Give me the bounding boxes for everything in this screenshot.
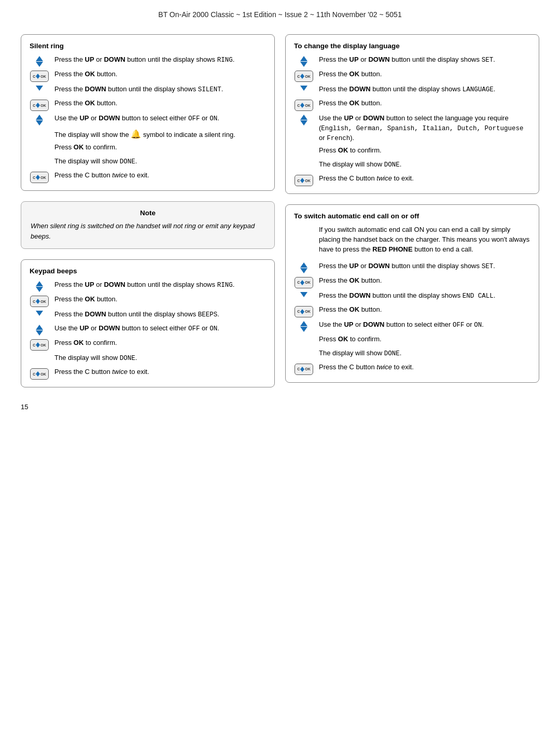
aec-step-4: C OK Press the OK button.	[294, 305, 530, 317]
ok-icon-dl2: C OK	[294, 99, 314, 111]
sr-step-1: Press the UP or DOWN button until the di…	[30, 55, 266, 67]
aec-step-6: Press OK to confirm.	[294, 335, 530, 346]
kb-step-2: C OK Press the OK button.	[30, 295, 266, 307]
aec-text-8: Press the C button twice to exit.	[319, 363, 530, 372]
kb-text-1: Press the UP or DOWN button until the di…	[54, 280, 266, 290]
aec-text-intro: If you switch automatic end call ON you …	[319, 225, 530, 255]
note-body: When silent ring is switched on the hand…	[31, 221, 265, 241]
ok-icon-1: C OK	[30, 69, 49, 82]
sr-step-7: Press OK to confirm.	[30, 143, 266, 154]
down-icon-1	[30, 85, 49, 91]
display-language-title: To change the display language	[294, 42, 530, 50]
keypad-beeps-instructions: Press the UP or DOWN button until the di…	[30, 280, 266, 380]
aec-intro: If you switch automatic end call ON you …	[294, 225, 530, 259]
keypad-beeps-title: Keypad beeps	[30, 267, 266, 275]
kb-step-6: The display will show DONE.	[30, 353, 266, 365]
aec-text-5: Use the UP or DOWN button to select eith…	[319, 320, 530, 330]
dl-text-7: The display will show DONE.	[319, 160, 530, 170]
kb-text-7: Press the C button twice to exit.	[54, 367, 266, 377]
ok-icon-3: C OK	[30, 171, 49, 183]
ok-icon-kb3: C OK	[30, 367, 49, 380]
sr-step-2: C OK Press the OK button.	[30, 69, 266, 82]
auto-end-call-instructions: If you switch automatic end call ON you …	[294, 225, 530, 375]
kb-step-1: Press the UP or DOWN button until the di…	[30, 280, 266, 292]
updown-icon-dl1	[294, 55, 314, 67]
sr-text-3: Press the DOWN button until the display …	[54, 85, 266, 94]
updown-icon-aec1	[294, 261, 314, 273]
dl-text-8: Press the C button twice to exit.	[319, 174, 530, 184]
aec-step-2: C OK Press the OK button.	[294, 276, 530, 288]
sr-step-5: Use the UP or DOWN button to select eith…	[30, 114, 266, 126]
dl-step-5: Use the UP or DOWN button to select the …	[294, 114, 530, 143]
updown-icon-aec2	[294, 320, 314, 332]
ok-icon-dl1: C OK	[294, 69, 314, 82]
auto-end-call-box: To switch automatic end call on or off I…	[285, 204, 539, 383]
kb-text-6: The display will show DONE.	[54, 353, 266, 363]
dl-step-6: Press OK to confirm.	[294, 146, 530, 157]
dl-step-1: Press the UP or DOWN button until the di…	[294, 55, 530, 67]
kb-text-4: Use the UP or DOWN button to select eith…	[54, 324, 266, 333]
main-content: Silent ring Press the UP or DOWN button …	[21, 34, 539, 387]
kb-step-3: Press the DOWN button until the display …	[30, 310, 266, 321]
aec-text-1: Press the UP or DOWN button until the di…	[319, 261, 530, 271]
aec-step-3: Press the DOWN button until the display …	[294, 291, 530, 302]
note-box: Note When silent ring is switched on the…	[21, 201, 275, 249]
silent-ring-title: Silent ring	[30, 42, 266, 50]
ok-icon-aec3: C OK	[294, 363, 314, 375]
aec-step-1: Press the UP or DOWN button until the di…	[294, 261, 530, 273]
right-column: To change the display language Press the…	[285, 34, 539, 387]
sr-text-1: Press the UP or DOWN button until the di…	[54, 55, 266, 65]
ok-icon-kb1: C OK	[30, 295, 49, 307]
sr-text-2: Press the OK button.	[54, 69, 266, 79]
down-icon-kb1	[30, 310, 49, 316]
sr-text-6: The display will show the 🔔 symbol to in…	[54, 128, 266, 140]
sr-step-6: The display will show the 🔔 symbol to in…	[30, 128, 266, 140]
dl-step-7: The display will show DONE.	[294, 160, 530, 171]
aec-step-5: Use the UP or DOWN button to select eith…	[294, 320, 530, 332]
kb-step-7: C OK Press the C button twice to exit.	[30, 367, 266, 380]
keypad-beeps-box: Keypad beeps Press the UP or DOWN button…	[21, 259, 275, 387]
dl-text-2: Press the OK button.	[319, 69, 530, 79]
auto-end-call-title: To switch automatic end call on or off	[294, 212, 530, 220]
sr-text-7: Press OK to confirm.	[54, 143, 266, 152]
dl-step-3: Press the DOWN button until the display …	[294, 85, 530, 96]
sr-step-8: The display will show DONE.	[30, 157, 266, 168]
aec-text-2: Press the OK button.	[319, 276, 530, 286]
dl-text-3: Press the DOWN button until the display …	[319, 85, 530, 94]
ok-icon-aec2: C OK	[294, 305, 314, 317]
dl-text-1: Press the UP or DOWN button until the di…	[319, 55, 530, 65]
kb-text-5: Press OK to confirm.	[54, 338, 266, 348]
display-language-box: To change the display language Press the…	[285, 34, 539, 194]
sr-text-9: Press the C button twice to exit.	[54, 171, 266, 180]
kb-step-4: Use the UP or DOWN button to select eith…	[30, 324, 266, 336]
ok-icon-dl3: C OK	[294, 174, 314, 186]
down-icon-dl1	[294, 85, 314, 91]
sr-text-5: Use the UP or DOWN button to select eith…	[54, 114, 266, 123]
updown-icon-2	[30, 114, 49, 126]
page-number: 15	[21, 403, 539, 411]
sr-text-8: The display will show DONE.	[54, 157, 266, 166]
silent-ring-instructions: Press the UP or DOWN button until the di…	[30, 55, 266, 183]
page-header: BT On-Air 2000 Classic ~ 1st Edition ~ I…	[21, 10, 539, 19]
sr-step-9: C OK Press the C button twice to exit.	[30, 171, 266, 183]
silent-ring-box: Silent ring Press the UP or DOWN button …	[21, 34, 275, 191]
kb-text-2: Press the OK button.	[54, 295, 266, 304]
dl-text-6: Press OK to confirm.	[319, 146, 530, 156]
dl-text-5: Use the UP or DOWN button to select the …	[319, 114, 530, 143]
aec-text-7: The display will show DONE.	[319, 349, 530, 358]
dl-step-2: C OK Press the OK button.	[294, 69, 530, 82]
ok-icon-kb2: C OK	[30, 338, 49, 351]
aec-text-6: Press OK to confirm.	[319, 335, 530, 344]
down-icon-aec1	[294, 291, 314, 297]
updown-icon-1	[30, 55, 49, 67]
dl-step-8: C OK Press the C button twice to exit.	[294, 174, 530, 186]
aec-text-4: Press the OK button.	[319, 305, 530, 315]
aec-step-7: The display will show DONE.	[294, 349, 530, 360]
updown-icon-kb1	[30, 280, 49, 292]
dl-text-4: Press the OK button.	[319, 99, 530, 108]
sr-step-4: C OK Press the OK button.	[30, 99, 266, 111]
updown-icon-dl2	[294, 114, 314, 126]
ok-icon-2: C OK	[30, 99, 49, 111]
ok-icon-aec1: C OK	[294, 276, 314, 288]
kb-text-3: Press the DOWN button until the display …	[54, 310, 266, 319]
